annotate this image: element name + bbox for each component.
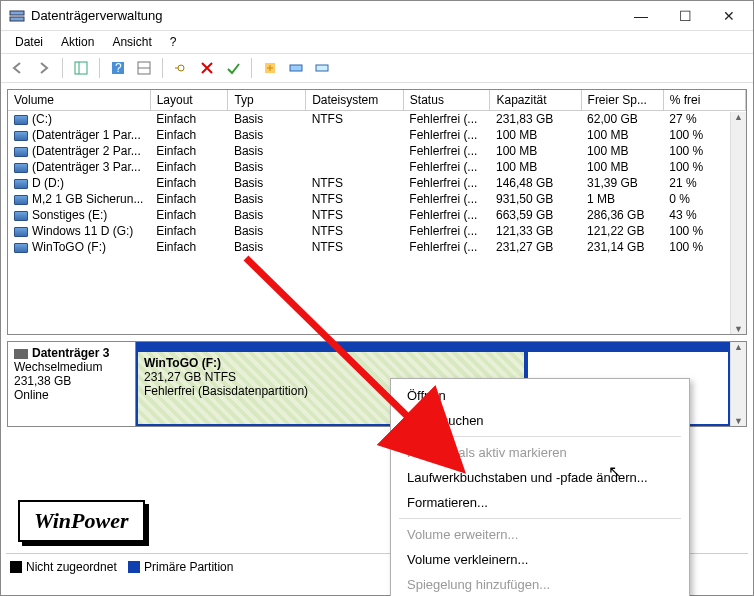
- disk-header[interactable]: Datenträger 3 Wechselmedium 231,38 GB On…: [8, 342, 136, 426]
- cell: 100 MB: [490, 159, 581, 175]
- ctx-browse[interactable]: Durchsuchen: [391, 408, 689, 433]
- disk-title: Datenträger 3: [32, 346, 109, 360]
- cell: Basis: [228, 191, 306, 207]
- cell: (Datenträger 3 Par...: [8, 159, 150, 175]
- settings-icon[interactable]: [170, 57, 192, 79]
- table-row[interactable]: Windows 11 D (G:)EinfachBasisNTFSFehlerf…: [8, 223, 746, 239]
- cell: Fehlerfrei (...: [403, 239, 490, 255]
- new-icon[interactable]: [259, 57, 281, 79]
- partition-status: Fehlerfrei (Basisdatenpartition): [144, 384, 308, 398]
- view-icon[interactable]: [70, 57, 92, 79]
- table-row[interactable]: M,2 1 GB Sicherun...EinfachBasisNTFSFehl…: [8, 191, 746, 207]
- legend: Nicht zugeordnet Primäre Partition: [10, 560, 233, 574]
- ctx-extend-volume: Volume erweitern...: [391, 522, 689, 547]
- cell: Windows 11 D (G:): [8, 223, 150, 239]
- volume-icon: [14, 227, 28, 237]
- column-header[interactable]: % frei: [663, 90, 745, 111]
- window-title: Datenträgerverwaltung: [31, 8, 619, 23]
- table-row[interactable]: (Datenträger 3 Par...EinfachBasisFehlerf…: [8, 159, 746, 175]
- disk1-icon[interactable]: [285, 57, 307, 79]
- cell: Fehlerfrei (...: [403, 191, 490, 207]
- column-header[interactable]: Freier Sp...: [581, 90, 663, 111]
- column-header[interactable]: Kapazität: [490, 90, 581, 111]
- column-header[interactable]: Status: [403, 90, 490, 111]
- vertical-scrollbar[interactable]: [730, 112, 746, 334]
- table-row[interactable]: Sonstiges (E:)EinfachBasisNTFSFehlerfrei…: [8, 207, 746, 223]
- cell: 121,22 GB: [581, 223, 663, 239]
- column-header[interactable]: Volume: [8, 90, 150, 111]
- cell: M,2 1 GB Sicherun...: [8, 191, 150, 207]
- column-header[interactable]: Layout: [150, 90, 228, 111]
- disk-state: Online: [14, 388, 129, 402]
- cell: Einfach: [150, 175, 228, 191]
- cell: Fehlerfrei (...: [403, 111, 490, 128]
- cell: Fehlerfrei (...: [403, 143, 490, 159]
- titlebar: Datenträgerverwaltung — ☐ ✕: [1, 1, 753, 31]
- volume-icon: [14, 163, 28, 173]
- table-row[interactable]: (Datenträger 2 Par...EinfachBasisFehlerf…: [8, 143, 746, 159]
- cell: [306, 143, 404, 159]
- back-button[interactable]: [7, 57, 29, 79]
- check-icon[interactable]: [222, 57, 244, 79]
- close-button[interactable]: ✕: [707, 2, 751, 30]
- toolbar-separator: [162, 58, 163, 78]
- svg-rect-2: [75, 62, 87, 74]
- table-row[interactable]: D (D:)EinfachBasisNTFSFehlerfrei (...146…: [8, 175, 746, 191]
- cell: 663,59 GB: [490, 207, 581, 223]
- ctx-shrink-volume[interactable]: Volume verkleinern...: [391, 547, 689, 572]
- cell: 931,50 GB: [490, 191, 581, 207]
- volume-icon: [14, 243, 28, 253]
- layout-icon[interactable]: [133, 57, 155, 79]
- cell: 100 MB: [490, 143, 581, 159]
- vertical-scrollbar[interactable]: [730, 342, 746, 426]
- cell: NTFS: [306, 111, 404, 128]
- context-menu: Öffnen Durchsuchen Partition als aktiv m…: [390, 378, 690, 596]
- legend-swatch-primary: [128, 561, 140, 573]
- table-row[interactable]: (Datenträger 1 Par...EinfachBasisFehlerf…: [8, 127, 746, 143]
- volume-list[interactable]: VolumeLayoutTypDateisystemStatusKapazitä…: [7, 89, 747, 335]
- toolbar: ?: [1, 53, 753, 83]
- legend-unallocated: Nicht zugeordnet: [26, 560, 117, 574]
- cell: 121,33 GB: [490, 223, 581, 239]
- menu-file[interactable]: Datei: [7, 33, 51, 51]
- cell: NTFS: [306, 239, 404, 255]
- menu-view[interactable]: Ansicht: [104, 33, 159, 51]
- cell: Einfach: [150, 191, 228, 207]
- cell: 231,27 GB: [490, 239, 581, 255]
- cell: NTFS: [306, 175, 404, 191]
- cell: Basis: [228, 239, 306, 255]
- menubar: Datei Aktion Ansicht ?: [1, 31, 753, 53]
- cell: Basis: [228, 175, 306, 191]
- menu-action[interactable]: Aktion: [53, 33, 102, 51]
- ctx-open[interactable]: Öffnen: [391, 383, 689, 408]
- ctx-separator: [399, 436, 681, 437]
- cell: [306, 159, 404, 175]
- cell: 286,36 GB: [581, 207, 663, 223]
- column-header[interactable]: Typ: [228, 90, 306, 111]
- column-header[interactable]: Dateisystem: [306, 90, 404, 111]
- minimize-button[interactable]: —: [619, 2, 663, 30]
- forward-button[interactable]: [33, 57, 55, 79]
- ctx-change-drive-letter[interactable]: Laufwerkbuchstaben und ‑pfade ändern...: [391, 465, 689, 490]
- cell: 1 MB: [581, 191, 663, 207]
- table-row[interactable]: (C:)EinfachBasisNTFSFehlerfrei (...231,8…: [8, 111, 746, 128]
- legend-primary: Primäre Partition: [144, 560, 233, 574]
- cell: Einfach: [150, 159, 228, 175]
- volume-icon: [14, 131, 28, 141]
- table-row[interactable]: WinToGO (F:)EinfachBasisNTFSFehlerfrei (…: [8, 239, 746, 255]
- help-icon[interactable]: ?: [107, 57, 129, 79]
- delete-icon[interactable]: [196, 57, 218, 79]
- maximize-button[interactable]: ☐: [663, 2, 707, 30]
- cell: 100 MB: [581, 159, 663, 175]
- partition-name: WinToGO (F:): [144, 356, 221, 370]
- cell: 31,39 GB: [581, 175, 663, 191]
- menu-help[interactable]: ?: [162, 33, 185, 51]
- cell: 62,00 GB: [581, 111, 663, 128]
- ctx-mark-active: Partition als aktiv markieren: [391, 440, 689, 465]
- cell: NTFS: [306, 223, 404, 239]
- ctx-separator: [399, 518, 681, 519]
- ctx-format[interactable]: Formatieren...: [391, 490, 689, 515]
- cell: (Datenträger 2 Par...: [8, 143, 150, 159]
- disk2-icon[interactable]: [311, 57, 333, 79]
- cell: Einfach: [150, 143, 228, 159]
